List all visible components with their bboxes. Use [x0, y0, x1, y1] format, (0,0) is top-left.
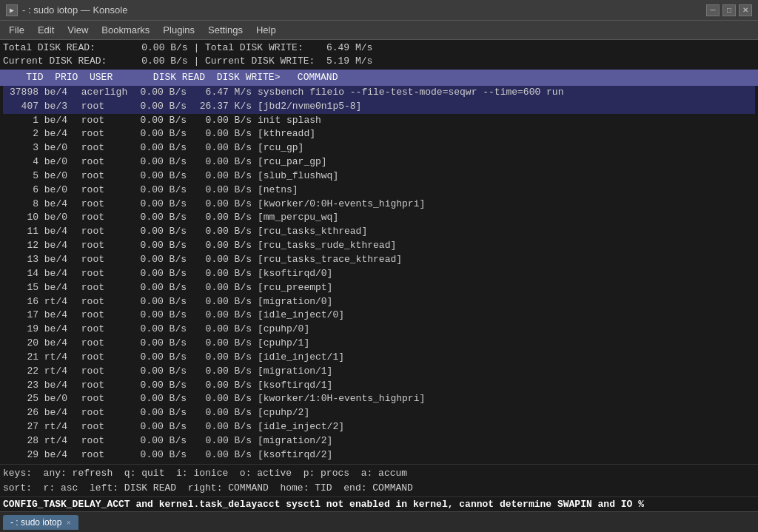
table-row: 1 be/4 root 0.00 B/s 0.00 B/sinit splash: [3, 114, 755, 128]
col-prio: be/4: [38, 309, 76, 323]
table-row: 23 be/4 root 0.00 B/s 0.00 B/s[ksoftirqd…: [3, 379, 755, 393]
menu-item-settings[interactable]: Settings: [202, 23, 249, 37]
col-prio: be/4: [38, 281, 76, 295]
col-diskwrite: 6.47 M/s: [187, 86, 252, 100]
col-prio: be/0: [38, 141, 76, 155]
col-tid: 21: [3, 351, 38, 365]
close-button[interactable]: ✕: [739, 4, 752, 16]
col-prio: be/4: [38, 198, 76, 212]
col-command: [migration/1]: [252, 365, 755, 379]
col-diskread: 0.00 B/s: [121, 365, 187, 379]
col-diskread: 0.00 B/s: [121, 114, 187, 128]
tab-close-button[interactable]: ×: [66, 518, 70, 527]
stats-header: Total DISK READ: 0.00 B/s | Total DISK W…: [0, 40, 758, 70]
col-command: [cpuhp/2]: [252, 406, 755, 420]
table-row: 29 be/4 root 0.00 B/s 0.00 B/s[ksoftirqd…: [3, 448, 755, 462]
col-diskread: 0.00 B/s: [121, 127, 187, 141]
col-diskread: 0.00 B/s: [121, 295, 187, 309]
col-tid: 17: [3, 309, 38, 323]
col-command: [idle_inject/2]: [252, 420, 755, 434]
col-prio: rt/4: [38, 351, 76, 365]
col-tid: 8: [3, 198, 38, 212]
col-prio: be/4: [38, 406, 76, 420]
col-diskwrite: 0.00 B/s: [187, 434, 252, 448]
col-command: sysbench fileio --file-test-mode=seqwr -…: [252, 86, 755, 100]
col-user: root: [76, 155, 121, 169]
col-command: [kworker/0:0H-events_highpri]: [252, 198, 755, 212]
app-icon: ▶: [6, 4, 18, 16]
menu-item-file[interactable]: File: [3, 23, 30, 37]
warning-text: CONFIG_TASK_DELAY_ACCT and kernel.task_d…: [3, 499, 644, 510]
terminal-tab[interactable]: - : sudo iotop ×: [3, 515, 78, 530]
col-diskwrite: 0.00 B/s: [187, 448, 252, 462]
maximize-button[interactable]: □: [722, 4, 736, 16]
table-row: 21 rt/4 root 0.00 B/s 0.00 B/s[idle_inje…: [3, 351, 755, 365]
col-diskread: 0.00 B/s: [121, 406, 187, 420]
col-command: [idle_inject/0]: [252, 309, 755, 323]
col-diskread: 0.00 B/s: [121, 141, 187, 155]
col-user: root: [76, 100, 121, 114]
table-row: 37898 be/4 acerligh0.00 B/s 6.47 M/ssysb…: [3, 86, 755, 100]
table-row: 8 be/4 root 0.00 B/s 0.00 B/s[kworker/0:…: [3, 198, 755, 212]
col-diskwrite: 0.00 B/s: [187, 141, 252, 155]
col-command: [kthreadd]: [252, 127, 755, 141]
total-write-value: 6.49 M/s: [303, 41, 373, 55]
col-user: root: [76, 127, 121, 141]
col-tid: 407: [3, 100, 38, 114]
menu-item-bookmarks[interactable]: Bookmarks: [95, 23, 155, 37]
col-diskread: 0.00 B/s: [121, 392, 187, 406]
col-tid: 23: [3, 379, 38, 393]
col-user: root: [76, 267, 121, 281]
col-diskread: 0.00 B/s: [121, 434, 187, 448]
menu-item-view[interactable]: View: [61, 23, 94, 37]
col-tid: 6: [3, 183, 38, 198]
warning-bar: CONFIG_TASK_DELAY_ACCT and kernel.task_d…: [0, 496, 758, 511]
col-command: [rcu_par_gp]: [252, 155, 755, 169]
table-row: 22 rt/4 root 0.00 B/s 0.00 B/s[migration…: [3, 365, 755, 379]
table-row: 20 be/4 root 0.00 B/s 0.00 B/s[cpuhp/1]: [3, 337, 755, 351]
col-prio: be/0: [38, 183, 76, 198]
col-tid: 11: [3, 225, 38, 239]
col-user: root: [76, 406, 121, 420]
table-row: 3 be/0 root 0.00 B/s 0.00 B/s[rcu_gp]: [3, 141, 755, 155]
col-command: [rcu_tasks_rude_kthread]: [252, 239, 755, 253]
col-prio: be/4: [38, 239, 76, 253]
col-prio: rt/4: [38, 420, 76, 434]
col-diskread: 0.00 B/s: [121, 100, 187, 114]
col-command: [rcu_preempt]: [252, 281, 755, 295]
col-command: [cpuhp/0]: [252, 323, 755, 337]
col-diskwrite: 0.00 B/s: [187, 253, 252, 267]
col-command: [cpuhp/1]: [252, 337, 755, 351]
table-row: 13 be/4 root 0.00 B/s 0.00 B/s[rcu_tasks…: [3, 253, 755, 267]
col-prio: be/0: [38, 169, 76, 183]
col-user: root: [76, 309, 121, 323]
table-row: 11 be/4 root 0.00 B/s 0.00 B/s[rcu_tasks…: [3, 225, 755, 239]
col-user: root: [76, 114, 121, 128]
col-tid: 15: [3, 281, 38, 295]
table-row: 407 be/3 root 0.00 B/s 26.37 K/s[jbd2/nv…: [3, 100, 755, 114]
col-diskread: 0.00 B/s: [121, 281, 187, 295]
col-user: root: [76, 198, 121, 212]
col-diskwrite: 0.00 B/s: [187, 267, 252, 281]
col-diskread: 0.00 B/s: [121, 351, 187, 365]
help-line-2: sort: r: asc left: DISK READ right: COMM…: [3, 481, 755, 496]
menu-item-edit[interactable]: Edit: [32, 23, 60, 37]
col-user: root: [76, 225, 121, 239]
col-diskread: 0.00 B/s: [121, 155, 187, 169]
col-diskread: 0.00 B/s: [121, 183, 187, 198]
col-command: [ksoftirqd/0]: [252, 267, 755, 281]
col-tid: 20: [3, 337, 38, 351]
col-user: root: [76, 323, 121, 337]
col-command: init splash: [252, 114, 755, 128]
minimize-button[interactable]: ─: [706, 4, 720, 16]
col-command: [ksoftirqd/1]: [252, 379, 755, 393]
col-tid: 29: [3, 448, 38, 462]
col-tid: 4: [3, 155, 38, 169]
menu-item-help[interactable]: Help: [250, 23, 282, 37]
tab-label: - : sudo iotop: [10, 517, 61, 528]
menu-item-plugins[interactable]: Plugins: [157, 23, 201, 37]
col-command: [rcu_tasks_kthread]: [252, 225, 755, 239]
stats-row-2: Current DISK READ: 0.00 B/s | Current DI…: [3, 55, 755, 68]
col-diskwrite: 0.00 B/s: [187, 155, 252, 169]
col-tid: 28: [3, 434, 38, 448]
